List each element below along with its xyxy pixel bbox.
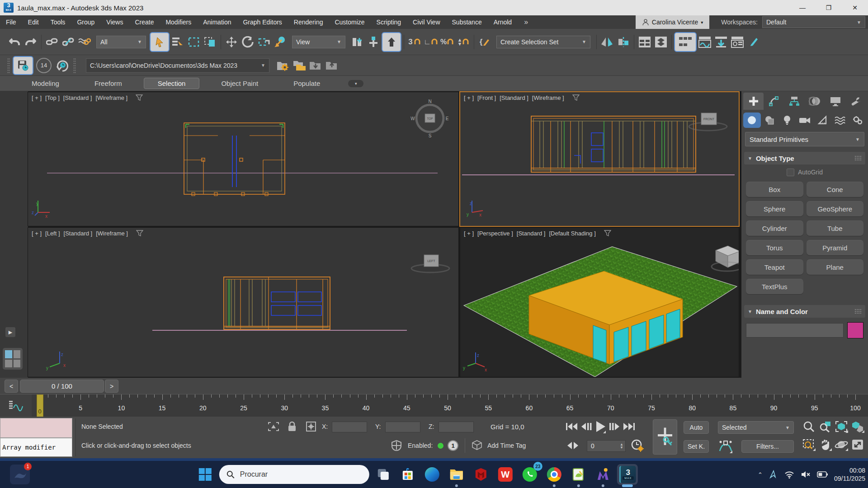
name-and-color-rollout-header[interactable]: ▼ Name and Color — [744, 305, 865, 318]
maxscript-listener-input[interactable]: Array modifier — [0, 438, 72, 457]
zoom-extents-all-button[interactable] — [850, 419, 865, 434]
viewport-shading-label[interactable]: [Wireframe ] — [95, 94, 127, 101]
tab-motion[interactable] — [805, 93, 825, 110]
mini-curve-editor-icon[interactable] — [8, 400, 24, 412]
filter-funnel-icon[interactable] — [604, 230, 611, 236]
track-bar[interactable]: 0510152025303540455055606570758085909510… — [0, 394, 868, 417]
rectangular-selection-region-button[interactable] — [186, 33, 202, 51]
zoom-all-button[interactable] — [817, 419, 833, 434]
time-configuration-button[interactable] — [631, 439, 644, 453]
3ds-max-taskbar-button[interactable]: 3 MAX — [617, 464, 638, 485]
key-mode-toggle[interactable] — [566, 441, 579, 451]
set-key-button[interactable]: Set K. — [684, 440, 709, 453]
object-type-tube-button[interactable]: Tube — [807, 221, 864, 236]
viewport-menu-button[interactable]: [ + ] — [32, 94, 42, 101]
default-in-out-tangents-button[interactable] — [718, 439, 733, 454]
chrome-button[interactable] — [544, 464, 565, 485]
render-iterative-button[interactable] — [745, 33, 762, 51]
menu-modifiers[interactable]: Modifiers — [160, 15, 197, 29]
category-geometry-button[interactable] — [743, 113, 761, 128]
battery-icon[interactable] — [817, 471, 828, 478]
zoom-region-button[interactable] — [801, 437, 816, 452]
workspace-dropdown[interactable]: Default ▼ — [762, 16, 865, 28]
category-systems-button[interactable] — [849, 113, 866, 128]
mirror-button[interactable] — [599, 33, 615, 51]
viewport-pov-label[interactable]: [Top ] — [45, 94, 60, 101]
unlink-selection-button[interactable] — [60, 33, 76, 51]
viewport-pov-label[interactable]: [Front ] — [477, 94, 496, 101]
tray-overflow-chevron-icon[interactable]: ⌃ — [758, 471, 763, 478]
viewport-layout-tab-button[interactable] — [3, 348, 23, 370]
object-type-plane-button[interactable]: Plane — [807, 259, 864, 275]
selection-lock-toggle[interactable] — [288, 421, 297, 433]
tab-modify[interactable] — [764, 93, 784, 110]
object-type-pyramid-button[interactable]: Pyramid — [807, 240, 864, 255]
menu-file[interactable]: File — [0, 15, 22, 29]
menu-tools[interactable]: Tools — [45, 15, 71, 29]
keyboard-shortcut-override-toggle[interactable] — [382, 32, 401, 52]
object-color-swatch[interactable] — [847, 322, 863, 338]
object-name-field[interactable] — [746, 323, 844, 338]
spinner-snap-toggle-button[interactable]: ▲▼ — [455, 33, 472, 51]
percent-snap-toggle-button[interactable]: % — [439, 33, 455, 51]
edge-browser-button[interactable] — [422, 464, 443, 485]
material-editor-button[interactable] — [674, 32, 697, 52]
select-and-manipulate-button[interactable] — [365, 33, 382, 51]
ribbon-tab-object-paint[interactable]: Object Paint — [208, 78, 272, 89]
wifi-icon[interactable] — [784, 470, 794, 479]
toolbar-drag-handle[interactable] — [7, 58, 10, 73]
layout-tabs-expand-button[interactable]: ▶ — [5, 327, 15, 337]
select-object-button[interactable] — [150, 32, 170, 52]
object-type-teapot-button[interactable]: Teapot — [746, 259, 803, 275]
schematic-view-button[interactable] — [653, 33, 669, 51]
set-keys-button[interactable] — [653, 419, 677, 455]
tab-hierarchy[interactable] — [784, 93, 805, 110]
select-link-button[interactable] — [44, 33, 60, 51]
next-frame-button[interactable]: > — [105, 380, 118, 393]
ribbon-tab-selection[interactable]: Selection — [144, 78, 200, 89]
tab-utilities[interactable] — [846, 93, 866, 110]
viewport-shading-label[interactable]: [Default Shading ] — [549, 230, 595, 237]
play-animation-button[interactable] — [594, 420, 607, 434]
viewport-perspective[interactable]: [ + ] [Perspective ] [Standard ] [Defaul… — [460, 228, 739, 377]
category-shapes-button[interactable] — [761, 113, 778, 128]
mcafee-button[interactable] — [471, 464, 491, 485]
toolbar-drag-handle[interactable] — [73, 58, 76, 73]
menu-overflow-chevron[interactable]: » — [518, 18, 534, 26]
close-button[interactable]: ✕ — [842, 0, 868, 15]
start-button[interactable] — [195, 464, 216, 485]
menu-views[interactable]: Views — [100, 15, 129, 29]
menu-customize[interactable]: Customize — [329, 15, 370, 29]
absolute-offset-mode-toggle[interactable] — [306, 421, 316, 433]
tab-display[interactable] — [825, 93, 845, 110]
timeline-ruler[interactable]: 0510152025303540455055606570758085909510… — [32, 394, 868, 417]
current-frame-spinner[interactable]: 0 ▲▼ — [587, 440, 626, 452]
ribbon-tab-freeform[interactable]: Freeform — [81, 78, 136, 89]
viewport-standard-label[interactable]: [Standard ] — [64, 230, 93, 237]
pan-view-button[interactable] — [817, 437, 833, 452]
object-type-box-button[interactable]: Box — [746, 182, 803, 197]
tab-create[interactable] — [743, 93, 764, 110]
import-file-button[interactable] — [307, 56, 324, 75]
autosave-button[interactable] — [13, 56, 33, 75]
scene-history-button[interactable] — [54, 56, 71, 75]
viewport-pov-label[interactable]: [Left ] — [45, 230, 60, 237]
maxscript-mini-listener[interactable] — [0, 418, 72, 438]
minimize-button[interactable]: — — [789, 0, 816, 15]
animation-layer-count-badge[interactable]: 1 — [448, 440, 458, 451]
ribbon-tab-modeling[interactable]: Modeling — [18, 78, 73, 89]
taskbar-clock[interactable]: 00:08 09/11/2025 — [834, 466, 865, 483]
viewport-menu-button[interactable]: [ + ] — [32, 230, 42, 237]
menu-scripting[interactable]: Scripting — [371, 15, 407, 29]
user-account-button[interactable]: Carolina Vicente ▾ — [636, 15, 710, 29]
viewport-menu-button[interactable]: [ + ] — [464, 94, 474, 101]
object-type-cone-button[interactable]: Cone — [807, 182, 864, 197]
front-viewport-canvas[interactable]: FRONT z x y — [460, 92, 739, 226]
previous-frame-button[interactable]: < — [5, 380, 18, 393]
menu-civil-view[interactable]: Civil View — [407, 15, 446, 29]
ribbon-minimize-toggle[interactable]: ▾ — [348, 80, 363, 87]
zoom-button[interactable] — [801, 419, 816, 434]
project-settings-button[interactable] — [275, 56, 291, 75]
viewport-menu-button[interactable]: [ + ] — [464, 230, 474, 237]
viewport-standard-label[interactable]: [Standard ] — [500, 94, 528, 101]
